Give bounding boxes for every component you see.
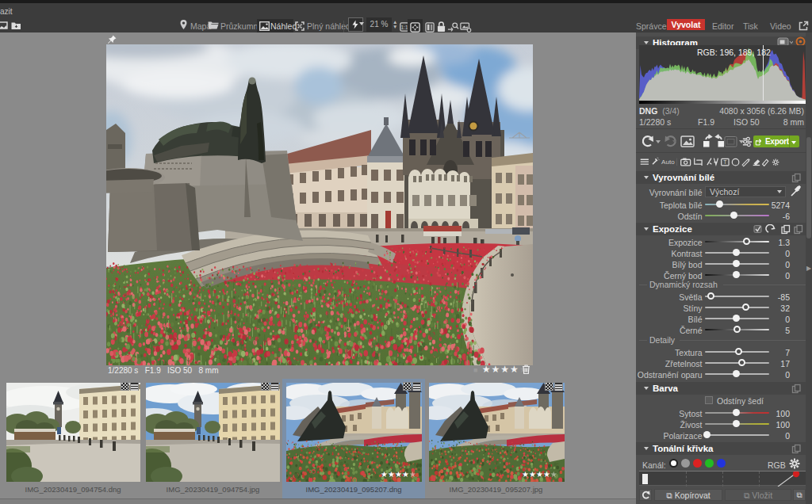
svg-text:Auto: Auto bbox=[661, 158, 675, 166]
svg-text:T: T bbox=[723, 159, 726, 165]
